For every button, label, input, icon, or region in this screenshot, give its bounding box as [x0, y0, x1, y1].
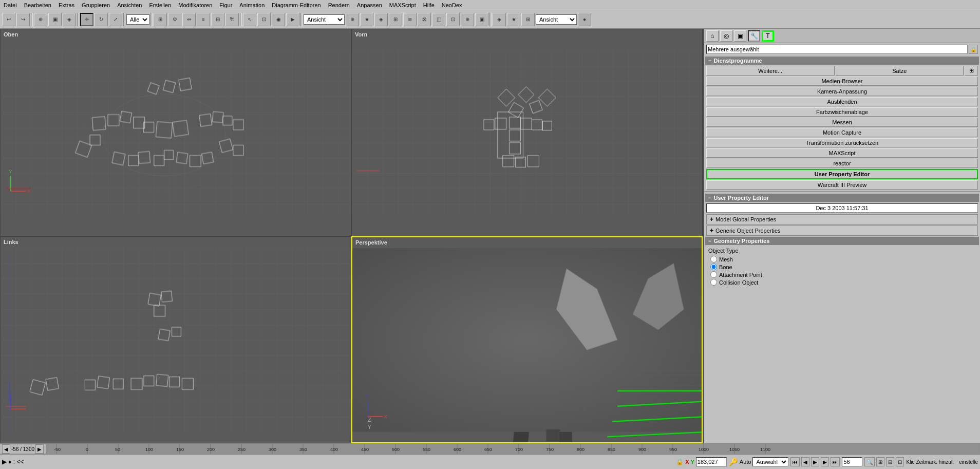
selection-lock-btn[interactable]: 🔒: [969, 45, 978, 54]
panel-extra-icon[interactable]: T: [762, 30, 774, 42]
radio-mesh[interactable]: Mesh: [710, 256, 974, 262]
transformation-button[interactable]: Transformation zurücksetzen: [706, 138, 978, 147]
model-global-props-btn[interactable]: + Model Global Properties: [706, 214, 978, 224]
geometry-props-header[interactable]: − Geometry Properties: [705, 237, 979, 245]
warcraft-preview-button[interactable]: Warcraft III Preview: [706, 180, 978, 190]
menu-bearbeiten[interactable]: Bearbeiten: [23, 2, 53, 8]
menu-ansichten[interactable]: Ansichten: [116, 2, 143, 8]
panel-motion-icon[interactable]: ◎: [720, 30, 732, 42]
menu-animation[interactable]: Animation: [238, 2, 266, 8]
ausblenden-button[interactable]: Ausblenden: [706, 97, 978, 106]
move-button[interactable]: ✛: [80, 13, 93, 26]
frame-counter-input[interactable]: 56: [842, 457, 862, 466]
extra8[interactable]: ⊡: [446, 13, 460, 26]
coord-value-input[interactable]: X 183,027: [696, 457, 727, 466]
timeline-prev-btn[interactable]: ◀: [2, 444, 10, 454]
search-btn[interactable]: 🔍: [864, 457, 875, 466]
radio-attachment[interactable]: Attachment Point: [710, 271, 974, 278]
menu-rendern[interactable]: Rendern: [327, 2, 351, 8]
menu-modifikatoren[interactable]: Modifikatoren: [177, 2, 214, 8]
menu-maxscript[interactable]: MAXScript: [388, 2, 418, 8]
menu-hilfe[interactable]: Hilfe: [422, 2, 436, 8]
viewport-top[interactable]: Oben X Y: [0, 29, 351, 236]
kamera-anpassung-button[interactable]: Kamera-Anpassung: [706, 87, 978, 96]
farbzwischenablage-button[interactable]: Farbzwischenablage: [706, 107, 978, 117]
user-property-editor-button[interactable]: User Property Editor: [706, 169, 978, 179]
next-frame-btn[interactable]: ▶: [821, 457, 829, 466]
panel-hierarchy-icon[interactable]: ⌂: [706, 30, 719, 42]
menu-gruppieren[interactable]: Gruppieren: [80, 2, 111, 8]
upe-section-header[interactable]: − User Property Editor: [705, 194, 979, 202]
snap-options[interactable]: ⚙: [168, 13, 181, 26]
radio-attachment-input[interactable]: [710, 271, 717, 278]
panel-display-icon[interactable]: ▣: [734, 30, 746, 42]
play-btn[interactable]: ▶: [811, 457, 819, 466]
scale-button[interactable]: ⤢: [109, 13, 122, 26]
extra-icon-button[interactable]: ⊞: [965, 66, 978, 76]
goto-start-btn[interactable]: ⏮: [790, 457, 800, 466]
select-filter-btn[interactable]: ◈: [63, 13, 76, 26]
extra9[interactable]: ⊕: [461, 13, 474, 26]
radio-mesh-input[interactable]: [710, 256, 717, 262]
extra1[interactable]: ⊕: [346, 13, 359, 26]
menu-datei[interactable]: Datei: [2, 2, 18, 8]
redo-button[interactable]: ↪: [16, 13, 30, 26]
extra11[interactable]: ◈: [493, 13, 506, 26]
generic-object-props-btn[interactable]: + Generic Object Properties: [706, 226, 978, 236]
timeline-ruler[interactable]: -50 0 50 100 150 200 250 300 350 400: [46, 444, 980, 454]
selection-input[interactable]: Mehrere ausgewählt: [706, 45, 968, 54]
extra5[interactable]: ≋: [403, 13, 417, 26]
menu-erstellen[interactable]: Erstellen: [147, 2, 173, 8]
saetze-button[interactable]: Sätze: [836, 66, 964, 76]
auswahl-dropdown[interactable]: Auswahl: [752, 457, 788, 466]
extra4[interactable]: ⊞: [389, 13, 402, 26]
panel-utility-icon[interactable]: 🔧: [748, 30, 760, 42]
render-button[interactable]: ▶: [286, 13, 299, 26]
material-button[interactable]: ◉: [272, 13, 285, 26]
dienstprogramme-header[interactable]: − Dienstprogramme: [705, 57, 979, 65]
extra6[interactable]: ⊠: [418, 13, 431, 26]
view-mode-dropdown[interactable]: Ansicht: [304, 14, 345, 25]
schematic-button[interactable]: ⊡: [257, 13, 271, 26]
motion-capture-button[interactable]: Motion Capture: [706, 128, 978, 137]
extra10[interactable]: ▣: [475, 13, 488, 26]
select-region-button[interactable]: ▣: [48, 13, 62, 26]
snap-toggle[interactable]: ⊞: [154, 13, 167, 26]
settings-btn1[interactable]: ⊞: [876, 457, 884, 466]
reactor-button[interactable]: reactor: [706, 159, 978, 168]
settings-btn3[interactable]: ⊡: [896, 457, 904, 466]
percent-button[interactable]: %: [225, 13, 239, 26]
maxscript-button[interactable]: MAXScript: [706, 148, 978, 158]
sphere-icon-btn[interactable]: ●: [578, 13, 591, 26]
align2-button[interactable]: ⊟: [211, 13, 224, 26]
viewport-front[interactable]: Vorn Y Z: [351, 29, 703, 236]
undo-button[interactable]: ↩: [2, 13, 15, 26]
viewport-perspective[interactable]: Perspektive: [351, 236, 703, 444]
menu-neodex[interactable]: NeoDex: [440, 2, 464, 8]
settings-btn2[interactable]: ⊟: [886, 457, 894, 466]
extra3[interactable]: ◈: [374, 13, 388, 26]
curve-editor-button[interactable]: ∿: [243, 13, 256, 26]
mirror-button[interactable]: ⇔: [182, 13, 196, 26]
prev-frame-btn[interactable]: ◀: [801, 457, 809, 466]
radio-collision[interactable]: Collision Object: [710, 279, 974, 286]
menu-extras[interactable]: Extras: [57, 2, 76, 8]
messen-button[interactable]: Messen: [706, 118, 978, 127]
extra13[interactable]: ⊞: [521, 13, 535, 26]
menu-figur[interactable]: Figur: [218, 2, 234, 8]
timeline-next-btn[interactable]: ▶: [35, 444, 44, 454]
weitere-button[interactable]: Weitere...: [706, 66, 835, 76]
menu-diagramm-editoren[interactable]: Diagramm-Editoren: [270, 2, 322, 8]
goto-end-btn[interactable]: ⏭: [831, 457, 840, 466]
menu-anpassen[interactable]: Anpassen: [355, 2, 384, 8]
select-object-button[interactable]: ⊕: [34, 13, 47, 26]
extra2[interactable]: ★: [360, 13, 373, 26]
radio-bone[interactable]: Bone: [710, 264, 974, 270]
extra7[interactable]: ◫: [432, 13, 445, 26]
radio-bone-input[interactable]: [710, 264, 717, 270]
rotate-button[interactable]: ↻: [95, 13, 108, 26]
extra12[interactable]: ★: [507, 13, 520, 26]
medien-browser-button[interactable]: Medien-Browser: [706, 77, 978, 86]
align-button[interactable]: ≡: [197, 13, 210, 26]
radio-collision-input[interactable]: [710, 279, 717, 286]
